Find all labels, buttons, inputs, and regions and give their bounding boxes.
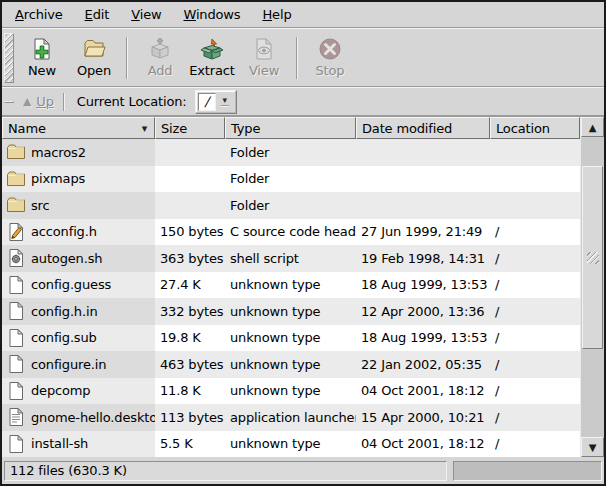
header-size[interactable]: Size <box>155 117 225 139</box>
shell-script-icon <box>6 248 26 268</box>
menu-help[interactable]: Help <box>251 4 302 25</box>
file-type: Folder <box>225 192 356 219</box>
current-location-label: Current Location: <box>77 94 187 109</box>
progress-bar <box>453 461 602 481</box>
scrollbar-grip <box>587 252 599 264</box>
table-row[interactable]: pixmaps Folder <box>2 166 580 193</box>
document-icon <box>6 434 26 454</box>
new-button[interactable]: New <box>17 32 67 84</box>
file-type: C source code header <box>225 219 356 246</box>
header-name[interactable]: Name ▾ <box>2 117 155 139</box>
table-row[interactable]: install-sh 5.5 K unknown type 04 Oct 200… <box>2 431 580 458</box>
header-location-label: Location <box>496 121 550 136</box>
file-size: 27.4 K <box>155 272 225 299</box>
file-type: application launcher <box>225 404 356 431</box>
table-row[interactable]: depcomp 11.8 K unknown type 04 Oct 2001,… <box>2 378 580 405</box>
file-name: config.h.in <box>31 304 98 319</box>
combo-dash <box>221 105 229 106</box>
launcher-icon <box>6 407 26 427</box>
menu-windows[interactable]: Windows <box>172 4 251 25</box>
table-row[interactable]: autogen.sh 363 bytes shell script 19 Feb… <box>2 245 580 272</box>
file-date-modified: 04 Oct 2001, 18:12 <box>356 378 490 405</box>
toolbar: New Open Add <box>2 28 604 87</box>
table-row[interactable]: configure.in 463 bytes unknown type 22 J… <box>2 351 580 378</box>
menu-edit[interactable]: Edit <box>74 4 121 25</box>
sort-arrow-icon: ▾ <box>142 122 147 135</box>
file-type: unknown type <box>225 378 356 405</box>
document-icon <box>6 328 26 348</box>
folder-icon <box>6 169 26 189</box>
table-row[interactable]: acconfig.h 150 bytes C source code heade… <box>2 219 580 246</box>
toolbar-drag-handle[interactable] <box>4 33 14 83</box>
view-button: View <box>239 32 289 84</box>
file-type: unknown type <box>225 272 356 299</box>
add-button-label: Add <box>148 64 173 78</box>
document-icon <box>6 354 26 374</box>
table-row[interactable]: config.h.in 332 bytes unknown type 12 Ap… <box>2 298 580 325</box>
scrollbar-trough[interactable] <box>581 137 604 437</box>
file-date-modified <box>356 139 490 166</box>
file-date-modified: 22 Jan 2002, 05:35 <box>356 351 490 378</box>
file-name: gnome-hello.desktop <box>31 410 155 425</box>
table-row[interactable]: src Folder <box>2 192 580 219</box>
file-type: Folder <box>225 166 356 193</box>
document-icon <box>6 381 26 401</box>
new-button-label: New <box>28 64 56 78</box>
file-size: 363 bytes <box>155 245 225 272</box>
header-type-label: Type <box>231 121 260 136</box>
scroll-down-button[interactable]: ▼ <box>581 437 604 457</box>
table-row[interactable]: config.guess 27.4 K unknown type 18 Aug … <box>2 272 580 299</box>
file-date-modified: 12 Apr 2000, 13:36 <box>356 298 490 325</box>
header-date-modified[interactable]: Date modified <box>356 117 490 139</box>
file-name: install-sh <box>31 436 88 451</box>
add-files-icon <box>147 36 173 62</box>
location-combo[interactable]: / ▾ <box>195 90 237 114</box>
table-row[interactable]: macros2 Folder <box>2 139 580 166</box>
file-date-modified: 19 Feb 1998, 14:31 <box>356 245 490 272</box>
location-bar-drag-handle[interactable] <box>4 101 14 103</box>
file-size <box>155 139 225 166</box>
file-date-modified: 18 Aug 1999, 13:53 <box>356 272 490 299</box>
file-size: 463 bytes <box>155 351 225 378</box>
toolbar-separator <box>296 37 298 79</box>
up-button-label: Up <box>36 94 53 109</box>
location-combo-value[interactable]: / <box>198 93 216 111</box>
file-name: config.guess <box>31 277 111 292</box>
file-date-modified: 27 Jun 1999, 21:49 <box>356 219 490 246</box>
header-type[interactable]: Type <box>225 117 356 139</box>
file-date-modified: 04 Oct 2001, 18:12 <box>356 431 490 458</box>
header-location[interactable]: Location <box>490 117 580 139</box>
file-name: macros2 <box>31 145 86 160</box>
extract-button[interactable]: Extract <box>187 32 237 84</box>
menu-view[interactable]: View <box>120 4 172 25</box>
table-row[interactable]: config.sub 19.8 K unknown type 18 Aug 19… <box>2 325 580 352</box>
file-size: 332 bytes <box>155 298 225 325</box>
scrollbar-thumb[interactable] <box>582 166 603 349</box>
open-button[interactable]: Open <box>69 32 119 84</box>
scroll-down-icon: ▼ <box>589 442 597 453</box>
c-header-icon <box>6 222 26 242</box>
file-name: depcomp <box>31 383 90 398</box>
header-size-label: Size <box>161 121 187 136</box>
stop-icon <box>317 36 343 62</box>
table-row[interactable]: gnome-hello.desktop 113 bytes applicatio… <box>2 404 580 431</box>
file-type: unknown type <box>225 325 356 352</box>
location-combo-dropdown[interactable]: ▾ <box>216 93 234 111</box>
view-button-label: View <box>249 64 279 78</box>
file-location: / <box>490 431 580 458</box>
file-location: / <box>490 272 580 299</box>
scroll-up-icon: ▲ <box>589 122 597 133</box>
file-size: 5.5 K <box>155 431 225 458</box>
menubar: Archive Edit View Windows Help <box>2 2 604 28</box>
scroll-up-button[interactable]: ▲ <box>581 117 604 137</box>
file-type: unknown type <box>225 431 356 458</box>
view-file-icon <box>251 36 277 62</box>
file-size <box>155 166 225 193</box>
extract-button-label: Extract <box>189 64 235 78</box>
file-size: 19.8 K <box>155 325 225 352</box>
file-name: pixmaps <box>31 171 85 186</box>
file-name: autogen.sh <box>31 251 102 266</box>
stop-button-label: Stop <box>316 64 345 78</box>
status-text: 112 files (630.3 K) <box>10 463 127 478</box>
menu-archive[interactable]: Archive <box>4 4 74 25</box>
